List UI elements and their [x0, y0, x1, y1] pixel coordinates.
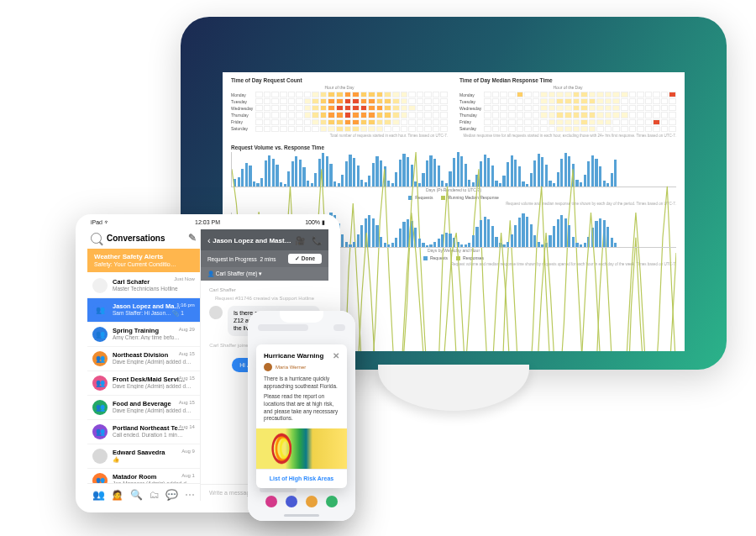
heat-cell	[612, 92, 620, 97]
heat-cell	[328, 119, 335, 125]
heat-cell	[392, 105, 400, 111]
alert-title: Weather Safety Alerts	[94, 253, 193, 261]
heat-cell	[637, 126, 644, 132]
heat-cell	[533, 126, 540, 132]
back-icon[interactable]: ‹	[207, 235, 211, 245]
heat-cell	[556, 126, 564, 132]
alert-banner[interactable]: Weather Safety Alerts Safety: Your Curre…	[87, 249, 200, 272]
heat-cell	[580, 112, 588, 118]
heat-cell	[484, 112, 491, 118]
heat-cell	[304, 92, 312, 97]
heat-cell	[580, 126, 588, 132]
heat-cell	[417, 112, 424, 118]
tab-contacts-icon[interactable]: 🙍	[111, 489, 123, 501]
heat-cell	[264, 112, 271, 118]
heat-cell	[320, 105, 328, 111]
tab-groups-icon[interactable]: 👥	[92, 489, 105, 501]
compose-icon[interactable]: ✎	[188, 232, 197, 244]
conversation-row[interactable]: Edward Saavedra👍Aug 9	[87, 444, 200, 469]
heat-cell	[401, 112, 408, 118]
phone-call-icon[interactable]: 📞	[312, 236, 322, 245]
heat-cell	[580, 119, 588, 125]
heat-cell	[376, 112, 384, 118]
heat-cell	[596, 126, 604, 132]
heat-cell	[368, 119, 375, 125]
status-time: 12:03 PM	[195, 219, 220, 226]
conversation-preview: Sam Staffer: Hi Jason… 📎 1	[113, 310, 195, 317]
alert-subtitle: Safety: Your Current Conditio…	[94, 261, 193, 268]
home-indicator[interactable]	[284, 514, 319, 517]
heat-cell	[637, 105, 644, 111]
conversation-row[interactable]: 👥Spring TrainingAmy Chen: Any time befo……	[87, 323, 200, 347]
hurricane-map	[256, 428, 347, 469]
heat-cell	[328, 92, 335, 97]
heat-cell	[368, 126, 375, 132]
heat-cell	[401, 126, 408, 132]
heat-cell	[433, 92, 440, 97]
heat-cell	[440, 119, 448, 125]
heat-cell	[392, 112, 400, 118]
conversation-row[interactable]: 👥Jason Lopez and Ma…Sam Staffer: Hi Jaso…	[87, 298, 200, 323]
tablet-status-bar: iPad ᯤ 12:03 PM 100% ▮	[91, 219, 325, 226]
dock-app-icon[interactable]	[326, 496, 338, 507]
heat-cell	[344, 105, 352, 111]
dock-app-icon[interactable]	[306, 496, 318, 507]
heat-cell	[288, 119, 296, 125]
heat-cell	[556, 105, 564, 111]
heat-cell	[296, 92, 303, 97]
tab-more-icon[interactable]: ⋯	[185, 489, 195, 501]
heat-cell	[573, 98, 580, 104]
heat-cell	[629, 92, 637, 97]
heat-cell	[352, 126, 360, 132]
heat-cell	[637, 119, 644, 125]
heat-cell	[629, 112, 637, 118]
dock-app-icon[interactable]	[286, 496, 297, 507]
heat-cell	[368, 112, 375, 118]
heat-cell	[661, 105, 669, 111]
heat-cell	[288, 105, 296, 111]
heat-cell	[336, 126, 344, 132]
conversation-list[interactable]: Carl SchaferMaster Technicians HotlineJu…	[87, 272, 200, 483]
heat-cell	[264, 126, 271, 132]
done-button[interactable]: ✓ Done	[288, 254, 322, 264]
conversation-row[interactable]: Carl SchaferMaster Technicians HotlineJu…	[87, 272, 200, 298]
card-link[interactable]: List of High Risk Areas	[256, 469, 347, 488]
conversation-row[interactable]: 👥Front Desk/Maid Servi…Dave Engine (Admi…	[87, 371, 200, 396]
heat-cell	[288, 98, 296, 104]
heat-cell	[661, 92, 669, 97]
heat-cell	[312, 98, 319, 104]
heat-cell	[573, 112, 580, 118]
conversation-row[interactable]: 👥Food and BeverageDave Engine (Admin) ad…	[87, 396, 200, 420]
heat-cell	[417, 126, 424, 132]
conversation-row[interactable]: 👥Matador RoomJoe Manager (Admin) added d…	[87, 469, 200, 483]
heat-cell	[517, 126, 524, 132]
assignee-select[interactable]: Carl Shaffer (me) ▾	[216, 271, 263, 276]
tab-search-icon[interactable]: 🔍	[130, 489, 143, 501]
conversation-row[interactable]: 👥Northeast DivisionDave Engine (Admin) a…	[87, 347, 200, 371]
tab-chat-icon[interactable]: 💬	[165, 489, 178, 501]
heat-cell	[629, 119, 637, 125]
heat-cell	[629, 105, 637, 111]
tab-bar: 👥 🙍 🔍 🗂 💬 ⋯	[87, 483, 200, 501]
heat-cell	[484, 98, 491, 104]
search-icon[interactable]	[91, 233, 102, 244]
heat-cell	[589, 105, 596, 111]
monitor-stand	[378, 365, 529, 411]
heat-cell	[540, 98, 548, 104]
system-message: Request #31746 created via Support Hotli…	[209, 296, 320, 301]
heatmap-cells	[255, 92, 448, 132]
tab-files-icon[interactable]: 🗂	[150, 489, 160, 501]
heat-cell	[508, 98, 516, 104]
heat-cell	[605, 105, 612, 111]
heat-cell	[540, 105, 548, 111]
heat-cell	[500, 126, 507, 132]
heat-cell	[517, 119, 524, 125]
heat-cell	[605, 119, 612, 125]
heat-cell	[401, 105, 408, 111]
heat-cell	[645, 98, 653, 104]
heat-cell	[589, 126, 596, 132]
close-icon[interactable]: ✕	[333, 351, 339, 360]
dock-app-icon[interactable]	[265, 496, 277, 507]
conversation-row[interactable]: 👥Portland Northeast Te…Call ended. Durat…	[87, 420, 200, 444]
video-call-icon[interactable]: 🎥	[295, 236, 305, 245]
